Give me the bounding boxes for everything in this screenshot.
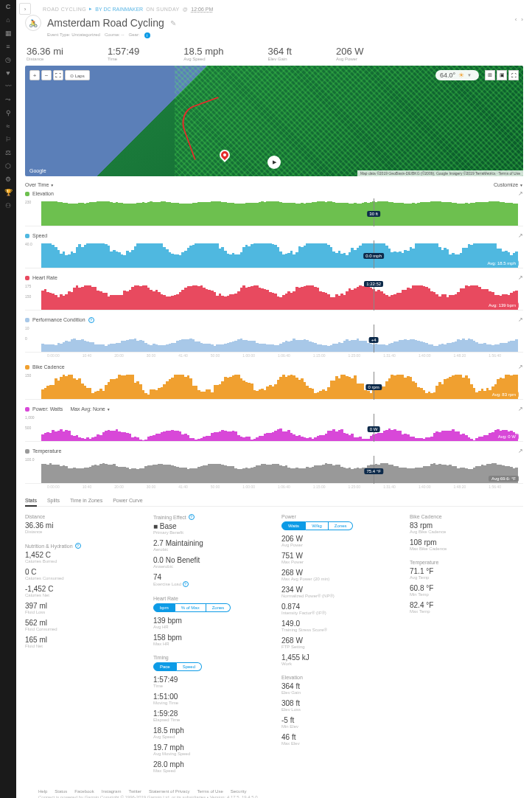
stat-item: 268 WFTP Setting — [281, 636, 395, 649]
footer-link-instagram[interactable]: Instagram — [102, 789, 122, 794]
logo-icon[interactable]: C — [4, 3, 12, 10]
chart-body[interactable]: 150 0 rpmAvg: 83 rpm — [25, 372, 523, 400]
chart-title: Temperature — [32, 448, 61, 454]
chart-body[interactable]: 230 30 ft — [25, 198, 523, 226]
stat-value: 83 rpm — [410, 521, 523, 530]
info-icon[interactable]: ? — [189, 514, 195, 520]
footer-link-facebook[interactable]: Facebook — [74, 789, 94, 794]
weather-badge[interactable]: 64.0° ☀ ▼ — [435, 70, 479, 80]
stat-heading: Power — [281, 514, 395, 519]
stat-item: 1:57:49Time — [153, 676, 267, 688]
cursor-tooltip: 0 W — [368, 426, 380, 432]
stat-block: Distance36.36 miDistance — [25, 514, 139, 534]
pill-zones[interactable]: Zones — [329, 521, 354, 530]
gear-icon[interactable]: ⚙ — [4, 176, 12, 183]
stats-tab-splits[interactable]: Splits — [47, 498, 60, 503]
weight-icon[interactable]: ⚖ — [4, 149, 12, 156]
stat-item: 139 bpmAvg HR — [153, 617, 267, 629]
pill-zones[interactable]: Zones — [206, 603, 231, 612]
pill-pace[interactable]: Pace — [153, 662, 177, 671]
activity-map[interactable]: + − ⛶ ⊙ Laps 64.0° ☀ ▼ ⊞ ▣ ⛶ ▶ Google Ma… — [25, 66, 523, 176]
swim-icon[interactable]: ≈ — [4, 122, 12, 130]
info-icon[interactable]: ? — [75, 543, 81, 549]
expand-chart-button[interactable]: ↗ — [518, 316, 523, 323]
overtime-tab[interactable]: Over Time▼ — [25, 182, 54, 187]
groups-icon[interactable]: ⚇ — [4, 202, 12, 209]
stat-block: Heart Ratebpm% of MaxZones139 bpmAvg HR1… — [153, 596, 267, 646]
chart-extra-label[interactable]: Max Avg: None ▼ — [70, 406, 110, 412]
expand-chart-button[interactable]: ↗ — [518, 364, 523, 370]
google-logo: Google — [29, 168, 46, 173]
stat-label: Aerobic — [153, 547, 267, 552]
pill-speed[interactable]: Speed — [177, 662, 202, 671]
expand-chart-button[interactable]: ↗ — [518, 448, 523, 454]
footer-link-help[interactable]: Help — [38, 789, 47, 794]
expand-chart-button[interactable]: ↗ — [518, 232, 523, 239]
stat-value: 18.5 mph — [153, 726, 267, 735]
footer-link-security[interactable]: Security — [231, 789, 247, 794]
footer-link-twitter[interactable]: Twitter — [128, 789, 141, 794]
chart-title: Bike Cadence — [32, 364, 65, 369]
map-icon[interactable]: ⚐ — [4, 136, 12, 143]
stat-value: 1:51:00 — [153, 693, 267, 701]
stats-tab-power-curve[interactable]: Power Curve — [113, 498, 142, 503]
footer-link-statement-of-privacy[interactable]: Statement of Privacy — [149, 789, 189, 794]
run-icon[interactable]: ⤳ — [4, 96, 12, 103]
zoom-out-button[interactable]: − — [41, 70, 52, 80]
stats-tab-time-in-zones[interactable]: Time in Zones — [70, 498, 102, 503]
activity-icon[interactable]: 〰 — [4, 83, 12, 90]
chart-body[interactable]: 40.0 0.0 mphAvg: 18.5 mph — [25, 240, 523, 268]
footer-link-terms-of-use[interactable]: Terms of Use — [197, 789, 223, 794]
pill-watts[interactable]: Watts — [281, 521, 306, 530]
chart-body[interactable]: 1,000500 0 WAvg: 0 W — [25, 414, 523, 442]
breadcrumb: ROAD CYCLING ▸ BY DC RAINMAKER ON SUNDAY… — [25, 6, 523, 12]
prev-activity-button[interactable]: ‹ — [515, 16, 517, 23]
heart-icon[interactable]: ♥ — [4, 69, 12, 77]
layer-2-button[interactable]: ▣ — [497, 70, 507, 80]
y-tick: 230 — [25, 200, 31, 204]
chart-body[interactable]: 100 +4 — [25, 325, 523, 353]
home-icon[interactable]: ⌂ — [4, 16, 12, 24]
layer-3-button[interactable]: ⛶ — [508, 70, 519, 80]
y-tick: 10 — [25, 326, 29, 330]
stat-label: Elev Gain — [281, 690, 395, 695]
zoom-in-button[interactable]: + — [29, 70, 40, 80]
stat-value: 139 bpm — [153, 617, 267, 625]
laps-button[interactable]: ⊙ Laps — [65, 70, 90, 80]
pill-bpm[interactable]: bpm — [153, 603, 175, 612]
play-route-button[interactable]: ▶ — [267, 156, 281, 169]
edit-title-button[interactable]: ✎ — [170, 19, 176, 27]
layer-1-button[interactable]: ⊞ — [485, 70, 495, 80]
footer-links: HelpStatusFacebookInstagramTwitterStatem… — [38, 789, 523, 794]
info-icon[interactable]: ? — [183, 581, 189, 587]
feed-icon[interactable]: ≡ — [4, 43, 12, 50]
calendar-icon[interactable]: ▦ — [4, 30, 12, 37]
chart-series — [41, 417, 519, 441]
info-icon[interactable]: ? — [88, 317, 94, 323]
next-activity-button[interactable]: › — [521, 16, 523, 23]
bike-icon[interactable]: ⚲ — [4, 109, 12, 117]
expand-nav-button[interactable]: › — [19, 3, 31, 15]
customize-button[interactable]: Customize▼ — [494, 182, 523, 187]
chart-series — [41, 327, 519, 352]
trophy-icon[interactable]: 🏆 — [4, 189, 12, 196]
y-tick: 150 — [25, 294, 31, 299]
footer-link-status[interactable]: Status — [55, 789, 67, 794]
pill-ofmax[interactable]: % of Max — [175, 603, 206, 612]
info-icon[interactable]: i — [144, 32, 150, 38]
time-link[interactable]: 12:06 PM — [191, 7, 213, 12]
chart-body[interactable]: 175150 1:22:52Avg: 139 bpm — [25, 282, 523, 310]
author-link[interactable]: BY DC RAINMAKER — [95, 7, 143, 12]
stat-label: Avg Temp — [410, 575, 523, 580]
series-dot-icon — [25, 234, 29, 238]
chart-body[interactable]: 100.0 75.4 °FAvg:69.6: °F — [25, 456, 523, 484]
challenges-icon[interactable]: ◷ — [4, 56, 12, 63]
expand-chart-button[interactable]: ↗ — [518, 274, 523, 281]
expand-chart-button[interactable]: ↗ — [518, 190, 523, 197]
stats-tab-stats[interactable]: Stats — [25, 498, 37, 503]
reports-icon[interactable]: ⬡ — [4, 162, 12, 170]
fullscreen-button[interactable]: ⛶ — [53, 70, 63, 80]
pill-wkg[interactable]: W/kg — [306, 521, 329, 530]
expand-chart-button[interactable]: ↗ — [518, 406, 523, 412]
stat-item: 234 WNormalized Power® (NP®) — [281, 586, 395, 598]
